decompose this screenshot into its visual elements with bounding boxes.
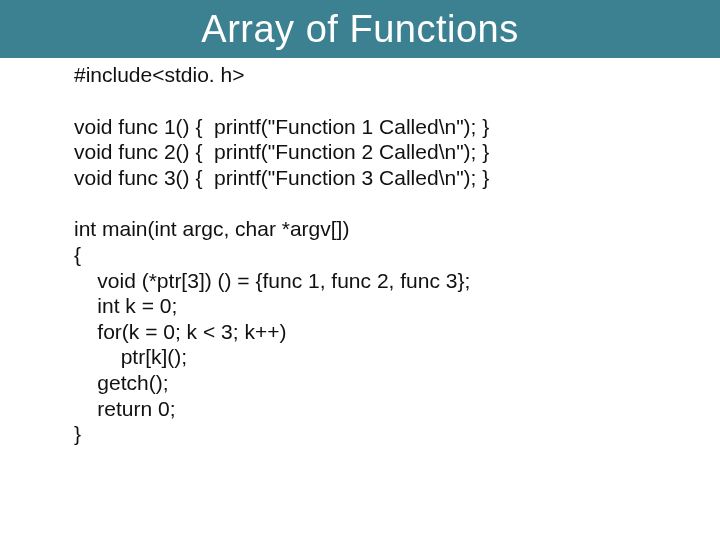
code-main: int main(int argc, char *argv[]) { void … — [74, 216, 720, 446]
code-functions: void func 1() { printf("Function 1 Calle… — [74, 114, 720, 191]
slide: Array of Functions #include<stdio. h> vo… — [0, 0, 720, 540]
slide-title: Array of Functions — [0, 0, 720, 58]
code-include: #include<stdio. h> — [74, 62, 720, 88]
slide-content: #include<stdio. h> void func 1() { print… — [0, 62, 720, 447]
